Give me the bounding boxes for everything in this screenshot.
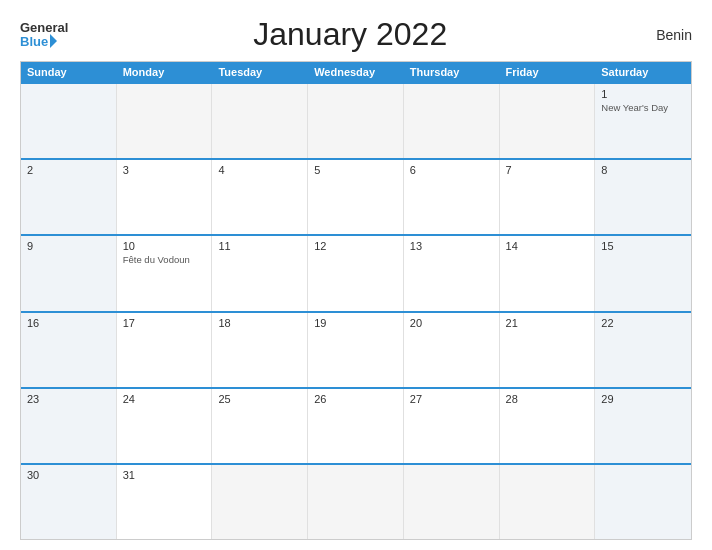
day-header-tuesday: Tuesday bbox=[212, 62, 308, 82]
day-number: 21 bbox=[506, 317, 589, 329]
day-cell bbox=[308, 84, 404, 158]
day-number: 29 bbox=[601, 393, 685, 405]
week-row-5: 3031 bbox=[21, 463, 691, 539]
day-cell: 21 bbox=[500, 313, 596, 387]
day-cell: 31 bbox=[117, 465, 213, 539]
day-number: 11 bbox=[218, 240, 301, 252]
day-cell bbox=[500, 465, 596, 539]
page-title: January 2022 bbox=[68, 16, 632, 53]
day-cell: 19 bbox=[308, 313, 404, 387]
day-number: 8 bbox=[601, 164, 685, 176]
day-number: 1 bbox=[601, 88, 685, 100]
day-header-sunday: Sunday bbox=[21, 62, 117, 82]
day-number: 31 bbox=[123, 469, 206, 481]
day-cell: 10Fête du Vodoun bbox=[117, 236, 213, 310]
day-cell bbox=[500, 84, 596, 158]
day-cell: 28 bbox=[500, 389, 596, 463]
day-cell: 13 bbox=[404, 236, 500, 310]
logo-triangle-icon bbox=[50, 34, 57, 48]
week-row-4: 23242526272829 bbox=[21, 387, 691, 463]
day-cell: 7 bbox=[500, 160, 596, 234]
day-cell: 29 bbox=[595, 389, 691, 463]
day-number: 3 bbox=[123, 164, 206, 176]
day-number: 10 bbox=[123, 240, 206, 252]
day-cell: 9 bbox=[21, 236, 117, 310]
calendar: SundayMondayTuesdayWednesdayThursdayFrid… bbox=[20, 61, 692, 540]
day-number: 5 bbox=[314, 164, 397, 176]
day-cell bbox=[404, 84, 500, 158]
day-number: 7 bbox=[506, 164, 589, 176]
day-cell: 5 bbox=[308, 160, 404, 234]
day-cell bbox=[308, 465, 404, 539]
day-number: 30 bbox=[27, 469, 110, 481]
day-number: 19 bbox=[314, 317, 397, 329]
day-number: 15 bbox=[601, 240, 685, 252]
week-row-1: 2345678 bbox=[21, 158, 691, 234]
event-label: Fête du Vodoun bbox=[123, 254, 206, 265]
day-header-friday: Friday bbox=[500, 62, 596, 82]
day-cell: 26 bbox=[308, 389, 404, 463]
day-cell: 15 bbox=[595, 236, 691, 310]
day-cell bbox=[117, 84, 213, 158]
day-cell: 20 bbox=[404, 313, 500, 387]
day-cell bbox=[212, 84, 308, 158]
day-cell: 25 bbox=[212, 389, 308, 463]
day-cell: 11 bbox=[212, 236, 308, 310]
day-number: 9 bbox=[27, 240, 110, 252]
day-cell: 12 bbox=[308, 236, 404, 310]
day-cell: 30 bbox=[21, 465, 117, 539]
week-row-0: 1New Year's Day bbox=[21, 82, 691, 158]
event-label: New Year's Day bbox=[601, 102, 685, 113]
day-cell: 8 bbox=[595, 160, 691, 234]
day-number: 24 bbox=[123, 393, 206, 405]
day-number: 23 bbox=[27, 393, 110, 405]
day-number: 25 bbox=[218, 393, 301, 405]
day-cell: 27 bbox=[404, 389, 500, 463]
day-number: 16 bbox=[27, 317, 110, 329]
day-cell: 2 bbox=[21, 160, 117, 234]
day-header-monday: Monday bbox=[117, 62, 213, 82]
day-cell: 14 bbox=[500, 236, 596, 310]
day-number: 17 bbox=[123, 317, 206, 329]
day-cell bbox=[21, 84, 117, 158]
day-number: 14 bbox=[506, 240, 589, 252]
day-number: 22 bbox=[601, 317, 685, 329]
day-number: 28 bbox=[506, 393, 589, 405]
day-cell bbox=[595, 465, 691, 539]
header: General Blue January 2022 Benin bbox=[20, 16, 692, 53]
day-number: 2 bbox=[27, 164, 110, 176]
day-number: 26 bbox=[314, 393, 397, 405]
day-number: 6 bbox=[410, 164, 493, 176]
weeks-container: 1New Year's Day2345678910Fête du Vodoun1… bbox=[21, 82, 691, 539]
calendar-page: General Blue January 2022 Benin SundayMo… bbox=[0, 0, 712, 550]
day-cell: 6 bbox=[404, 160, 500, 234]
day-header-thursday: Thursday bbox=[404, 62, 500, 82]
day-number: 27 bbox=[410, 393, 493, 405]
day-number: 18 bbox=[218, 317, 301, 329]
logo-general-text: General bbox=[20, 21, 68, 34]
day-cell: 23 bbox=[21, 389, 117, 463]
logo: General Blue bbox=[20, 21, 68, 48]
day-header-saturday: Saturday bbox=[595, 62, 691, 82]
day-cell: 16 bbox=[21, 313, 117, 387]
day-number: 20 bbox=[410, 317, 493, 329]
week-row-2: 910Fête du Vodoun1112131415 bbox=[21, 234, 691, 310]
day-number: 4 bbox=[218, 164, 301, 176]
day-cell: 17 bbox=[117, 313, 213, 387]
day-cell: 18 bbox=[212, 313, 308, 387]
day-number: 13 bbox=[410, 240, 493, 252]
country-name: Benin bbox=[632, 27, 692, 43]
day-cell: 1New Year's Day bbox=[595, 84, 691, 158]
day-cell: 3 bbox=[117, 160, 213, 234]
week-row-3: 16171819202122 bbox=[21, 311, 691, 387]
day-headers-row: SundayMondayTuesdayWednesdayThursdayFrid… bbox=[21, 62, 691, 82]
day-cell: 24 bbox=[117, 389, 213, 463]
day-header-wednesday: Wednesday bbox=[308, 62, 404, 82]
day-number: 12 bbox=[314, 240, 397, 252]
day-cell: 22 bbox=[595, 313, 691, 387]
day-cell bbox=[404, 465, 500, 539]
logo-blue-text: Blue bbox=[20, 34, 68, 48]
day-cell: 4 bbox=[212, 160, 308, 234]
day-cell bbox=[212, 465, 308, 539]
